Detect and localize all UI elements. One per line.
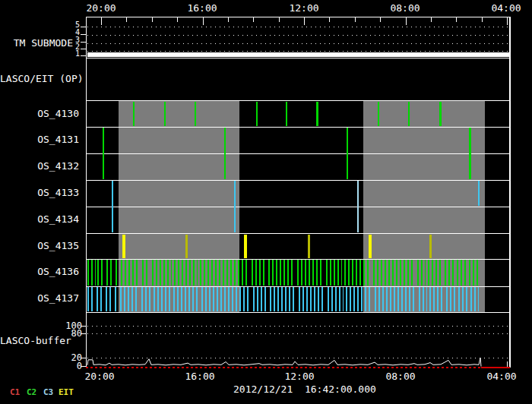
tm-ytick — [81, 42, 86, 43]
event-line-os_4133+os_4134 — [357, 181, 359, 232]
row-label: OS_4130 — [0, 109, 79, 118]
tm-ytick — [81, 49, 86, 49]
event-line-os_4130 — [256, 102, 258, 126]
bar-segment-os_4136 — [97, 260, 105, 286]
event-line-os_4131+os_4132 — [469, 128, 471, 179]
event-line-os_4133+os_4134 — [112, 181, 113, 232]
bar-segment-os_4136 — [469, 260, 479, 286]
bar-segment-os_4136 — [174, 260, 198, 286]
row-boundary-line — [86, 233, 509, 234]
buffer-ytick — [81, 326, 86, 327]
buffer-dotted-gridline — [87, 333, 509, 334]
row-boundary-line — [86, 153, 509, 154]
bar-segment-os_4137 — [375, 287, 391, 311]
tm-ytick — [81, 27, 86, 27]
event-line-os_4131+os_4132 — [347, 128, 348, 179]
tm-dotted-gridline — [87, 43, 509, 44]
bar-segment-os_4136 — [445, 260, 454, 286]
bar-segment-os_4137 — [141, 287, 151, 311]
bar-segment-os_4137 — [115, 287, 119, 311]
event-line-os_4135 — [369, 235, 372, 258]
hour-tick — [406, 17, 407, 25]
buffer-ytick — [81, 333, 86, 334]
hour-tick — [253, 17, 254, 22]
buffer-end-spike — [507, 361, 508, 367]
tm-dotted-gridline — [87, 27, 509, 27]
tm-ytick-label: 1 — [74, 50, 80, 58]
hour-tick — [507, 17, 508, 25]
bar-segment-os_4136 — [252, 260, 266, 286]
bar-segment-os_4137 — [253, 287, 268, 311]
bar-segment-os_4137 — [106, 287, 113, 311]
bar-segment-os_4136 — [373, 260, 390, 286]
bar-segment-os_4137 — [87, 287, 95, 311]
bar-segment-os_4136 — [152, 260, 172, 286]
bar-segment-os_4137 — [120, 287, 139, 311]
bar-segment-os_4137 — [224, 287, 251, 311]
event-line-os_4130 — [378, 102, 379, 126]
row-label: OS_4137 — [0, 293, 79, 303]
bottom-time-label: 04:00 — [486, 371, 516, 381]
bar-segment-os_4137 — [446, 287, 456, 311]
buffer-dotted-gridline — [87, 358, 509, 358]
event-line-os_4130 — [286, 102, 287, 126]
bar-segment-os_4137 — [270, 287, 296, 311]
bar-segment-os_4136 — [326, 260, 342, 286]
tm-dotted-gridline — [87, 51, 509, 52]
hour-tick — [228, 17, 229, 22]
event-line-os_4131+os_4132 — [224, 128, 226, 179]
event-line-os_4135 — [244, 235, 247, 258]
event-line-os_4131+os_4132 — [103, 128, 104, 179]
bottom-time-label: 20:00 — [84, 371, 114, 381]
hour-tick — [355, 17, 356, 22]
row-label: TM SUBMODE — [0, 38, 73, 48]
row-boundary-line — [86, 312, 509, 313]
bottom-time-label: 12:00 — [284, 371, 314, 381]
event-line-os_4130 — [316, 102, 318, 126]
bar-segment-os_4137 — [429, 287, 444, 311]
hour-tick — [431, 17, 432, 22]
event-line-os_4130 — [408, 102, 410, 126]
legend-item-c3: C3 — [43, 388, 53, 397]
bar-segment-os_4136 — [392, 260, 415, 286]
event-line-os_4130 — [195, 102, 196, 126]
bar-segment-os_4136 — [428, 260, 442, 286]
bar-segment-os_4137 — [458, 287, 468, 311]
plot-area: 5432110080200 — [0, 0, 532, 404]
bar-segment-os_4136 — [417, 260, 426, 286]
row-boundary-line — [86, 100, 509, 101]
row-label: OS_4133 — [0, 188, 79, 197]
bar-segment-os_4137 — [201, 287, 222, 311]
tm-dotted-gridline — [87, 35, 509, 36]
hour-tick — [203, 17, 204, 25]
hour-tick — [177, 17, 178, 22]
row-boundary-line — [86, 58, 509, 58]
bar-segment-os_4136 — [344, 260, 371, 286]
date-label: 2012/12/21 16:42:00.000 — [233, 384, 376, 395]
hour-tick — [482, 17, 483, 22]
bar-segment-os_4137 — [173, 287, 199, 311]
row-label: LASCO/EIT (OP) — [0, 74, 79, 84]
buffer-ytick-label: 0 — [59, 361, 82, 371]
buffer-ytick — [81, 358, 86, 358]
bar-segment-os_4137 — [97, 287, 104, 311]
event-line-os_4135 — [308, 235, 310, 258]
row-boundary-line — [86, 207, 509, 207]
event-line-os_4135 — [122, 235, 125, 258]
row-label: OS_4132 — [0, 161, 79, 171]
tm-ytick — [81, 34, 86, 35]
bar-segment-os_4137 — [346, 287, 372, 311]
bar-segment-os_4136 — [87, 260, 96, 286]
hour-tick — [380, 17, 381, 22]
tm-ytick — [81, 55, 86, 56]
buffer-dotted-gridline — [87, 326, 509, 327]
hour-tick — [126, 17, 127, 22]
buffer-ytick — [81, 366, 86, 367]
row-label: OS_4135 — [0, 241, 79, 251]
bar-segment-os_4136 — [121, 260, 140, 286]
bar-segment-os_4137 — [154, 287, 171, 311]
tm-submode-band — [87, 52, 509, 57]
event-line-os_4133+os_4134 — [234, 181, 236, 232]
bar-segment-os_4137 — [470, 287, 479, 311]
bottom-time-label: 08:00 — [385, 371, 415, 381]
